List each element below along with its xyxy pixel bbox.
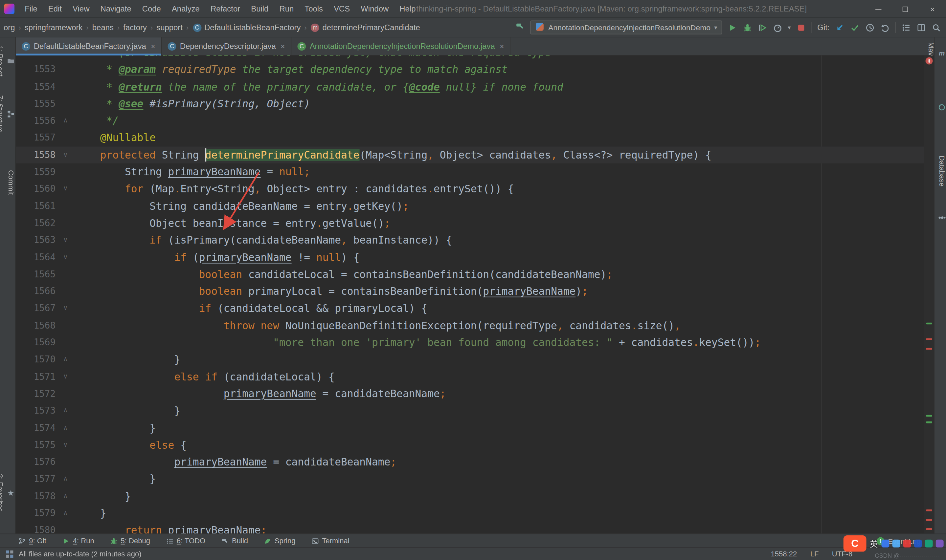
error-stripe-mark[interactable] xyxy=(926,348,932,350)
code-line[interactable]: 1575∨ else { xyxy=(16,436,924,453)
menu-edit[interactable]: Edit xyxy=(43,4,67,13)
tab-dependencydescriptor-java[interactable]: CDependencyDescriptor.java× xyxy=(162,37,292,55)
menu-refactor[interactable]: Refactor xyxy=(205,4,245,13)
fold-down-icon[interactable]: ∨ xyxy=(55,146,75,163)
code-line[interactable]: 1552 * (or candidate classes if not crea… xyxy=(16,55,924,61)
caret-position-widget[interactable]: 1558:22 xyxy=(771,550,797,558)
error-stripe-mark[interactable] xyxy=(926,415,932,417)
code-line[interactable]: 1566 boolean primaryLocal = containsBean… xyxy=(16,283,924,300)
close-button[interactable]: × xyxy=(919,0,946,18)
close-icon[interactable]: × xyxy=(280,42,285,51)
close-icon[interactable]: × xyxy=(151,42,156,51)
tab-defaultlistablebeanfactory-java[interactable]: CDefaultListableBeanFactory.java× xyxy=(16,37,162,55)
code-line[interactable]: 1553 * @param requiredType the target de… xyxy=(16,61,924,78)
tool-window-button-commit[interactable]: Commit xyxy=(0,170,15,195)
fold-up-icon[interactable]: ∧ xyxy=(55,351,75,368)
code-line[interactable]: 1578∧ } xyxy=(16,488,924,505)
fold-up-icon[interactable]: ∧ xyxy=(55,402,75,420)
error-stripe-mark[interactable] xyxy=(926,338,932,340)
tool-window-button-build[interactable]: Build xyxy=(221,537,248,545)
fold-down-icon[interactable]: ∨ xyxy=(55,300,75,317)
tab-annotationdependencyinjectionresolutiondemo-java[interactable]: CAnnotationDependencyInjectionResolution… xyxy=(292,37,511,55)
code-line[interactable]: 1571∨ else if (candidateLocal) { xyxy=(16,368,924,385)
error-stripe-mark[interactable] xyxy=(926,323,932,325)
fold-up-icon[interactable]: ∧ xyxy=(55,488,75,505)
inspection-error-icon[interactable] xyxy=(926,57,933,64)
code-line[interactable]: 1561 String candidateBeanName = entry.ge… xyxy=(16,198,924,215)
tool-window-button-7-structure[interactable]: 7: Structure xyxy=(0,95,15,132)
code-line[interactable]: 1577∧ } xyxy=(16,471,924,488)
tool-window-button-6-todo[interactable]: 6: TODO xyxy=(166,537,205,545)
rollback-icon[interactable] xyxy=(880,23,890,32)
breadcrumb-item-support[interactable]: support xyxy=(156,23,183,32)
code-line[interactable]: 1579∧ } xyxy=(16,505,924,522)
hammer-icon[interactable] xyxy=(515,22,525,31)
tool-window-button-9-git[interactable]: 9: Git xyxy=(18,537,46,545)
changes-icon[interactable] xyxy=(901,23,911,32)
code-line[interactable]: 1554 * @return the name of the primary c… xyxy=(16,78,924,95)
menu-code[interactable]: Code xyxy=(137,4,166,13)
menu-view[interactable]: View xyxy=(67,4,95,13)
menu-tools[interactable]: Tools xyxy=(299,4,328,13)
tool-window-button-database[interactable]: Database xyxy=(935,155,946,186)
error-stripe-mark[interactable] xyxy=(926,519,932,521)
search-everywhere-icon[interactable] xyxy=(932,23,941,32)
code-line[interactable]: 1569 "more than one 'primary' bean found… xyxy=(16,334,924,351)
tool-window-button-4-run[interactable]: 4: Run xyxy=(62,537,94,545)
code-line[interactable]: 1556∧ */ xyxy=(16,112,924,129)
tool-window-button-maven[interactable]: mMaven xyxy=(935,42,946,64)
code-line[interactable]: 1562 Object beanInstance = entry.getValu… xyxy=(16,215,924,232)
menu-build[interactable]: Build xyxy=(246,4,274,13)
profiler-icon[interactable] xyxy=(773,23,782,32)
code-line[interactable]: 1568 throw new NoUniqueBeanDefinitionExc… xyxy=(16,317,924,334)
editor-windows-icon[interactable] xyxy=(917,23,926,32)
fold-down-icon[interactable]: ∨ xyxy=(55,180,75,198)
menu-navigate[interactable]: Navigate xyxy=(95,4,137,13)
breadcrumb-item-factory[interactable]: factory xyxy=(123,23,147,32)
code-line[interactable]: 1558∨ protected String determinePrimaryC… xyxy=(16,146,924,163)
tool-window-button-ant[interactable]: Ant xyxy=(935,212,946,223)
error-stripe-mark[interactable] xyxy=(926,422,932,423)
menu-analyze[interactable]: Analyze xyxy=(166,4,205,13)
menu-run[interactable]: Run xyxy=(274,4,299,13)
maximize-button[interactable] xyxy=(892,0,919,18)
code-line[interactable]: 1572 primaryBeanName = candidateBeanName… xyxy=(16,385,924,402)
tool-window-button-spring[interactable]: Spring xyxy=(264,537,296,545)
fold-down-icon[interactable]: ∨ xyxy=(55,232,75,249)
fold-up-icon[interactable]: ∧ xyxy=(55,471,75,488)
fold-up-icon[interactable]: ∧ xyxy=(55,420,75,437)
fold-down-icon[interactable]: ∨ xyxy=(55,436,75,453)
code-line[interactable]: 1573∧ } xyxy=(16,402,924,420)
error-stripe-mark[interactable] xyxy=(926,509,932,511)
breadcrumb-item-springframework[interactable]: springframework xyxy=(25,23,82,32)
run-configuration-select[interactable]: AnnotationDependencyInjectionResolutionD… xyxy=(530,20,722,34)
tool-window-button-restfultool[interactable]: RestfulTool xyxy=(935,89,946,125)
breadcrumb-item-beans[interactable]: beans xyxy=(92,23,114,32)
code-line[interactable]: 1580 return primaryBeanName; xyxy=(16,522,924,534)
run-icon[interactable] xyxy=(727,23,737,32)
fold-down-icon[interactable]: ∨ xyxy=(55,249,75,266)
menu-file[interactable]: File xyxy=(19,4,43,13)
breadcrumb-item-defaultlistablebeanfactory[interactable]: CDefaultListableBeanFactory xyxy=(192,23,300,32)
fold-down-icon[interactable]: ∨ xyxy=(55,368,75,385)
code-line[interactable]: 1559 String primaryBeanName = null; xyxy=(16,163,924,180)
code-line[interactable]: 1570∧ } xyxy=(16,351,924,368)
code-line[interactable]: 1564∨ if (primaryBeanName != null) { xyxy=(16,249,924,266)
code-line[interactable]: 1576 primaryBeanName = candidateBeanName… xyxy=(16,453,924,471)
debug-icon[interactable] xyxy=(743,23,752,32)
code-editor[interactable]: 1552 * (or candidate classes if not crea… xyxy=(16,55,924,534)
line-separator-widget[interactable]: LF xyxy=(810,550,819,558)
chevron-down-icon[interactable]: ▾ xyxy=(788,24,790,31)
close-icon[interactable]: × xyxy=(500,42,504,51)
code-line[interactable]: 1574∧ } xyxy=(16,420,924,437)
code-line[interactable]: 1563∨ if (isPrimary(candidateBeanName, b… xyxy=(16,232,924,249)
menu-vcs[interactable]: VCS xyxy=(328,4,355,13)
commit-icon[interactable] xyxy=(850,23,860,32)
tool-window-button-1-project[interactable]: 1: Project xyxy=(0,46,15,77)
code-line[interactable]: 1557 @Nullable xyxy=(16,129,924,146)
tool-window-button-2-favorites[interactable]: ★2: Favorites xyxy=(0,474,15,512)
error-stripe[interactable] xyxy=(924,55,934,534)
breadcrumb-item-org[interactable]: org xyxy=(4,23,15,32)
fold-up-icon[interactable]: ∧ xyxy=(55,505,75,522)
history-icon[interactable] xyxy=(865,23,875,32)
